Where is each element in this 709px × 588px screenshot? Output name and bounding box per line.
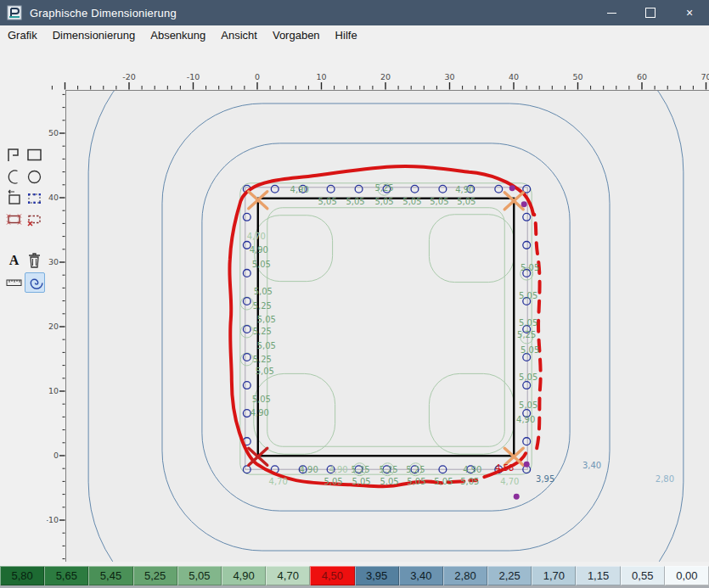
luminaire[interactable]	[523, 438, 531, 445]
legend-cell-5,05[interactable]: 5,05	[177, 566, 222, 585]
luminaire[interactable]	[355, 185, 363, 193]
delete-tool-button[interactable]	[25, 250, 43, 269]
menu-item-vorgaben[interactable]: Vorgaben	[265, 27, 328, 43]
iso-label: 5,05	[380, 477, 398, 486]
room-square[interactable]	[258, 199, 514, 456]
legend-cell-5,25[interactable]: 5,25	[133, 566, 177, 585]
rectangle-tool-button[interactable]	[25, 145, 43, 164]
svg-text:50: 50	[48, 128, 59, 137]
iso-label: 5,25	[351, 465, 369, 474]
menu-item-absenkung[interactable]: Absenkung	[143, 27, 213, 43]
drawing-canvas[interactable]: 4,905,254,905,055,055,055,055,055,054,70…	[65, 90, 709, 562]
iso-label: 5,05	[520, 345, 539, 355]
luminaire[interactable]	[439, 185, 447, 193]
iso-label: 5,25	[253, 301, 272, 311]
minimize-button[interactable]	[592, 0, 631, 25]
text-icon: A	[5, 251, 23, 269]
legend-cell-4,50[interactable]: 4,50	[310, 566, 354, 585]
toolbar: 0 ?	[0, 44, 709, 73]
legend-cell-0,55[interactable]: 0,55	[621, 566, 665, 585]
iso-label: 5,05	[434, 477, 453, 486]
maximize-button[interactable]	[631, 0, 670, 25]
minimize-icon	[607, 13, 616, 14]
rect-arrow-icon	[5, 189, 23, 207]
maximize-icon	[645, 8, 656, 18]
legend-cell-0,00[interactable]: 0,00	[665, 566, 709, 585]
svg-text:0: 0	[53, 451, 59, 460]
arc-tool-button[interactable]	[4, 167, 23, 186]
menu-item-dimensionierung[interactable]: Dimensionierung	[45, 27, 143, 43]
select-points-tool-button[interactable]	[25, 188, 43, 207]
svg-text:10: 10	[48, 386, 59, 395]
iso-label: 2,80	[656, 474, 674, 484]
iso-label: 5,05	[257, 341, 276, 350]
stamp-rect-dashed-tool-button[interactable]	[25, 210, 43, 228]
legend-cell-2,80[interactable]: 2,80	[443, 566, 487, 585]
svg-text:40: 40	[48, 193, 59, 202]
iso-label: 5,05	[374, 197, 393, 206]
legend-cell-4,90[interactable]: 4,90	[222, 566, 266, 585]
menu-item-ansicht[interactable]: Ansicht	[213, 27, 265, 43]
app-window: Graphische Dimensionierung × GrafikDimen…	[0, 0, 709, 588]
luminaire[interactable]	[243, 354, 250, 361]
iso-label: 5,05	[460, 477, 479, 486]
legend-cell-5,45[interactable]: 5,45	[88, 566, 132, 585]
luminaire[interactable]	[411, 185, 419, 193]
iso-label: 5,05	[407, 477, 425, 486]
stamp-rect-tool-button[interactable]	[4, 210, 23, 228]
iso-label: 5,05	[519, 400, 537, 410]
luminaire[interactable]	[523, 241, 531, 249]
close-icon: ×	[686, 6, 693, 20]
iso-label: 5,05	[519, 319, 537, 328]
iso-label: 4,90	[250, 408, 269, 417]
legend-cell-5,80[interactable]: 5,80	[0, 566, 44, 585]
stamp-rect-dashed-icon	[25, 210, 43, 228]
svg-text:20: 20	[48, 322, 59, 331]
iso-label: 5,05	[324, 477, 343, 486]
luminaire-ring	[243, 185, 530, 473]
legend-bar: 5,805,655,455,255,054,904,704,503,953,40…	[0, 566, 709, 585]
luminaire[interactable]	[243, 298, 250, 305]
close-button[interactable]: ×	[670, 0, 709, 25]
paste-shape-tool-button[interactable]	[4, 188, 23, 207]
svg-text:A: A	[8, 253, 19, 267]
legend-cell-2,25[interactable]: 2,25	[487, 566, 532, 585]
legend-cell-5,65[interactable]: 5,65	[44, 566, 88, 585]
svg-text:-20: -20	[122, 72, 136, 81]
text-tool-button[interactable]: A	[4, 250, 23, 269]
iso-label: 3,95	[536, 474, 554, 484]
calc-area-boundary	[245, 188, 527, 469]
iso-label: 5,05	[352, 477, 370, 486]
measure-tool-button[interactable]	[4, 272, 23, 291]
svg-text:30: 30	[48, 257, 59, 266]
menu-item-hilfe[interactable]: Hilfe	[328, 27, 365, 43]
legend-cell-1,70[interactable]: 1,70	[532, 566, 576, 585]
polyline-tool-button[interactable]	[4, 145, 23, 164]
iso-label: 5,05	[252, 395, 271, 404]
iso-label: 5,25	[374, 183, 393, 193]
luminaire[interactable]	[271, 185, 279, 193]
spiral-tool-button[interactable]	[25, 272, 45, 293]
iso-label: 4,70	[247, 232, 266, 241]
luminaire[interactable]	[495, 185, 503, 193]
luminaire[interactable]	[243, 382, 250, 389]
iso-label: 5,25	[517, 330, 536, 339]
luminaire[interactable]	[523, 213, 531, 221]
luminaire[interactable]	[243, 326, 250, 333]
iso-label: 5,25	[253, 355, 272, 364]
iso-label: 4,90	[516, 415, 535, 424]
legend-cell-3,40[interactable]: 3,40	[399, 566, 443, 585]
svg-text:30: 30	[444, 72, 454, 81]
luminaire[interactable]	[327, 185, 335, 193]
iso-label: 5,25	[253, 327, 272, 336]
iso-label: 4,90	[290, 185, 309, 194]
iso-label: 5,05	[519, 291, 537, 300]
menu-item-grafik[interactable]: Grafik	[0, 27, 45, 43]
legend-cell-4,70[interactable]: 4,70	[266, 566, 310, 585]
luminaire[interactable]	[243, 213, 250, 221]
legend-cell-3,95[interactable]: 3,95	[355, 566, 399, 585]
luminaire[interactable]	[243, 270, 250, 277]
circle-tool-button[interactable]	[25, 167, 43, 186]
luminaire[interactable]	[523, 382, 531, 389]
legend-cell-1,15[interactable]: 1,15	[576, 566, 620, 585]
